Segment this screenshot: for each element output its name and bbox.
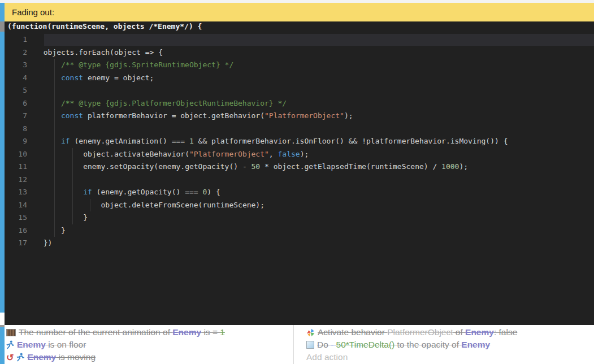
line-number: 8 [5,123,34,136]
line-number: 5 [5,84,34,97]
indent-guide [54,174,55,187]
action-row[interactable]: Do - 50*TimeDelta() to the opacity of En… [294,339,594,351]
code-line[interactable]: 13if (enemy.getOpacity() === 0) { [5,186,594,199]
event-selection-bar [0,3,5,313]
line-number: 2 [5,46,34,59]
opacity-icon [306,341,314,349]
code-line[interactable]: 16} [5,224,594,237]
indent-guide [54,123,55,136]
indent-guide [72,148,73,161]
line-number: 6 [5,97,34,110]
condition-row-text: Enemy is on floor [17,340,86,350]
line-number: 10 [5,148,34,161]
code-line[interactable]: 10object.activateBehavior("PlatformerObj… [5,148,594,161]
line-number: 4 [5,72,34,85]
condition-row[interactable]: Enemy is on floor [5,339,293,351]
action-row[interactable]: Activate behavior PlatformerObject of En… [294,326,594,339]
actions-column: Activate behavior PlatformerObject of En… [294,325,594,364]
code-line[interactable]: 2objects.forEach(object => { [5,46,594,59]
behavior-icon [306,328,315,337]
indent-guide [72,161,73,174]
code-signature-line: (function(runtimeScene, objects /*Enemy*… [5,21,594,32]
action-row-text: Activate behavior PlatformerObject of En… [318,327,517,337]
code-footer-line: })(runtimeScene, objects /*Enemy*/); // … [7,314,339,323]
line-number: 11 [5,161,34,174]
indent-guide [72,199,73,212]
comment-text: Fading out: [12,7,54,17]
condition-row[interactable]: The number of the current animation of E… [5,326,293,339]
code-line[interactable]: 17}) [5,237,594,250]
code-line[interactable]: 5 [5,84,594,97]
line-number: 13 [5,186,34,199]
indent-guide [54,110,55,123]
action-rows: Activate behavior PlatformerObject of En… [294,326,594,351]
run-icon [6,340,14,349]
event-row-panel: The number of the current animation of E… [5,325,594,364]
indent-guide [72,174,73,187]
code-line[interactable]: 4const enemy = object; [5,72,594,85]
code-line[interactable]: 14object.deleteFromScene(runtimeScene); [5,199,594,212]
line-number: 17 [5,237,34,250]
animation-icon [6,329,16,336]
line-number: 15 [5,211,34,224]
indent-guide [54,211,55,224]
code-line[interactable]: 15} [5,211,594,224]
code-line[interactable]: 6/** @type {gdjs.PlatformerObjectRuntime… [5,97,594,110]
line-number: 3 [5,59,34,72]
code-lines[interactable]: 12objects.forEach(object => {3/** @type … [5,32,594,250]
indent-guide [54,59,55,72]
indent-guide [54,72,55,85]
action-row-text: Do - 50*TimeDelta() to the opacity of En… [317,340,490,350]
condition-row-text: The number of the current animation of E… [19,327,225,337]
code-line[interactable]: 1 [5,33,594,46]
indent-guide [54,135,55,148]
code-line[interactable]: 11enemy.setOpacity(enemy.getOpacity() - … [5,161,594,174]
comment-event[interactable]: Fading out: [5,3,594,21]
conditions-column: The number of the current animation of E… [5,325,294,364]
invert-icon: ↺ [6,353,14,362]
indent-guide [54,97,55,110]
code-line[interactable]: 12 [5,174,594,187]
add-action-button[interactable]: Add action [294,351,594,363]
indent-guide [72,186,73,199]
indent-guide [72,211,73,224]
indent-guide [54,186,55,199]
line-number: 12 [5,174,34,187]
line-number: 7 [5,110,34,123]
event-selection-bar-gray-segment [0,21,5,32]
indent-guide [54,199,55,212]
code-line[interactable]: 7const platformerBehavior = object.getBe… [5,110,594,123]
indent-guide [54,84,55,97]
condition-row[interactable]: ↺Enemy is moving [5,351,293,363]
run-icon [16,353,24,362]
code-line[interactable]: 9if (enemy.getAnimation() === 1 && platf… [5,135,594,148]
line-number: 14 [5,199,34,212]
indent-guide [54,224,55,237]
indent-guide [90,199,90,212]
condition-row-text: Enemy is moving [27,352,96,362]
event-selection-bar-bottom [0,327,5,364]
event-selection-bar-gap [0,313,5,325]
code-line[interactable]: 8 [5,123,594,136]
indent-guide [54,161,55,174]
code-line[interactable]: 3/** @type {gdjs.SpriteRuntimeObject} */ [5,59,594,72]
line-number: 16 [5,224,34,237]
indent-guide [54,148,55,161]
js-code-editor[interactable]: (function(runtimeScene, objects /*Enemy*… [5,21,594,325]
line-number: 9 [5,135,34,148]
line-number: 1 [5,33,34,46]
